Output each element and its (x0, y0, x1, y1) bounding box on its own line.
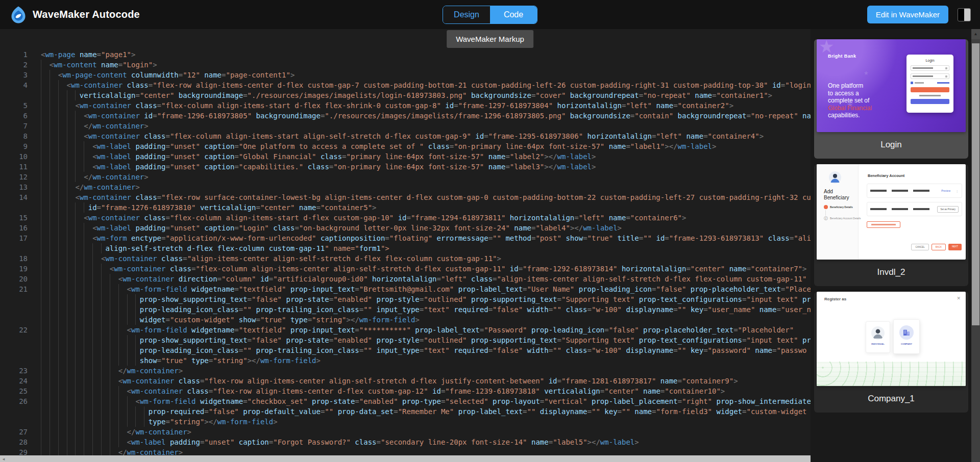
code-row: 1<wm-page name="page1"> (0, 49, 811, 60)
code-tab[interactable]: Code (490, 6, 537, 23)
app-title: WaveMaker Autocode (33, 9, 140, 20)
brand: WaveMaker Autocode (9, 6, 140, 24)
code-row: 10 <wm-label padding="unset" caption="Gl… (0, 151, 811, 162)
building-icon (902, 328, 911, 337)
code-row: 16 <wm-label padding="unset" caption="Lo… (0, 223, 811, 233)
vertical-scrollbar[interactable]: ▲ (971, 29, 980, 462)
thumb-heading: Beneficiary Account (868, 173, 904, 178)
code-row: 6 <wm-container id="frame-1296-618973805… (0, 111, 811, 121)
step-connector (825, 210, 826, 216)
thumb-add-beneficiary-button (867, 221, 900, 228)
code-row: 9 <wm-label padding="unset" caption="One… (0, 141, 811, 151)
code-row: show="true" type="string"></wm-form-fiel… (0, 355, 811, 366)
thumb-actions: CANCEL BACK NEXT (911, 244, 962, 250)
code-row: prop-show_supporting_text="false" prop-s… (0, 335, 811, 345)
code-row: 12 </wm-container> (0, 172, 811, 182)
thumb-caption-bar (919, 95, 941, 96)
thumb-login-form: Login (906, 55, 953, 113)
thumb-register-button (911, 99, 949, 104)
code-row: 20 <wm-container direction="column" id="… (0, 274, 811, 284)
thumb-step-2: 2 Beneficiary Account Details (824, 216, 861, 220)
edit-in-wavemaker-button[interactable]: Edit in WaveMaker (867, 6, 948, 23)
code-row: 21 <wm-form-field widgetname="textfield"… (0, 284, 811, 294)
code-row: 17 <wm-form enctype="application/x-www-f… (0, 233, 811, 243)
pages-sidebar: ★ ★ ★ Bright Bank One platform to access… (811, 29, 980, 462)
checkbox-icon (911, 82, 913, 84)
person-icon (871, 326, 885, 340)
page-label: Login (814, 132, 968, 159)
code-row: verticalalign="center" backgroundimage="… (0, 90, 811, 100)
thumb-beneficiary-row: Preview ⋮ (867, 184, 962, 198)
thumb-individual-card: INDIVIDUAL (866, 321, 890, 353)
scroll-up-icon[interactable]: ▲ (971, 29, 980, 39)
thumb-company-card: COMPANY (893, 319, 920, 354)
code-row: 13 </wm-container> (0, 182, 811, 192)
page-card-company1[interactable]: Register as ✕ INDIVIDUAL (814, 292, 968, 413)
code-row: 25 <wm-container class="flex-row align-i… (0, 386, 811, 396)
code-row: 15 <wm-container class="flex-column alig… (0, 213, 811, 223)
code-row: 3 <wm-page-content columnwidth="12" name… (0, 70, 811, 80)
code-row: 5 <wm-container class="flex-column align… (0, 100, 811, 111)
code-row: 14 <wm-container class="flex-row surface… (0, 192, 811, 202)
thumb-headline: One platform to access a complete set of… (828, 82, 872, 119)
horizontal-scrollbar[interactable]: ◂ (0, 455, 811, 462)
toggle-panel-icon[interactable] (958, 8, 971, 21)
step-dot-icon (824, 205, 828, 209)
code-row: id="frame-1276-618973810" verticalalign=… (0, 202, 811, 213)
code-row: 27 </wm-container> (0, 427, 811, 437)
code-row: 23 </wm-container> (0, 366, 811, 376)
page-cards-column: ★ ★ ★ Bright Bank One platform to access… (811, 29, 971, 462)
topbar: WaveMaker Autocode Design Code Edit in W… (0, 0, 980, 29)
code-row: 26 <wm-form-field widgetname="checkbox_s… (0, 396, 811, 406)
thumb-step-1: Beneficiary Details (824, 205, 853, 209)
avatar-icon (829, 171, 841, 184)
topbar-right: Edit in WaveMaker (867, 6, 971, 23)
code-editor: 1<wm-page name="page1">2 <wm-content nam… (0, 29, 811, 462)
thumb-input (911, 73, 949, 79)
thumb-heading: Register as (824, 297, 846, 301)
thumb-remember-row (911, 82, 949, 84)
close-icon: ✕ (957, 296, 961, 301)
company1-page-thumbnail: Register as ✕ INDIVIDUAL (817, 292, 966, 386)
thumb-beneficiary-row: Set as Primary (867, 202, 962, 216)
code-row: 11 <wm-label padding="unset" caption="ca… (0, 162, 811, 172)
kebab-menu-icon: ⋮ (955, 189, 959, 193)
scroll-left-icon[interactable]: ◂ (0, 456, 7, 461)
code-row: 28 <wm-label padding="unset" caption="Fo… (0, 437, 811, 447)
code-row: 24 <wm-container class="flex-row align-i… (0, 376, 811, 386)
code-row: prop-show_supporting_text="false" prop-s… (0, 294, 811, 304)
code-row: 22 <wm-form-field widgetname="textfield"… (0, 325, 811, 335)
thumb-doodle-pattern (817, 362, 966, 386)
page-label: Company_1 (814, 386, 968, 413)
thumb-login-button (911, 87, 949, 92)
code-row: prop-leading_icon_class="" prop-trailing… (0, 345, 811, 355)
wavemaker-markup-tooltip: WaveMaker Markup (447, 30, 533, 48)
thumb-panel-title: Add Beneficiary (824, 189, 849, 201)
code-row: 19 <wm-container class="flex-column alig… (0, 264, 811, 274)
code-row: 8 <wm-container class="flex-column align… (0, 131, 811, 141)
code-row: type="string"></wm-form-field> (0, 417, 811, 427)
star-decoration-icon: ★ (864, 70, 869, 76)
code-row: 4 <wm-container class="flex-row align-it… (0, 80, 811, 90)
code-row: prop-required="false" prop-default_value… (0, 406, 811, 417)
code-row: align-self-stretch d-flex flex-column cu… (0, 243, 811, 253)
code-lines: 1<wm-page name="page1">2 <wm-content nam… (0, 29, 811, 457)
code-row: 18 <wm-container class="align-items-cent… (0, 253, 811, 264)
scrollbar-thumb[interactable] (972, 43, 979, 325)
login-page-thumbnail: ★ ★ ★ Bright Bank One platform to access… (817, 39, 966, 132)
step-number-icon: 2 (824, 216, 828, 220)
code-row: widget="custom-widget" show="true" type=… (0, 315, 811, 325)
invdl2-page-thumbnail: Add Beneficiary Beneficiary Details 2 Be… (817, 164, 966, 260)
page-card-login[interactable]: ★ ★ ★ Bright Bank One platform to access… (814, 39, 968, 159)
wavemaker-logo-icon (9, 6, 28, 24)
code-row: 2 <wm-content name="Login"> (0, 60, 811, 70)
design-tab[interactable]: Design (443, 6, 490, 23)
code-row: 7 </wm-container> (0, 121, 811, 131)
design-code-toggle: Design Code (443, 6, 537, 24)
page-card-invdl2[interactable]: Add Beneficiary Beneficiary Details 2 Be… (814, 164, 968, 286)
thumb-brand-text: Bright Bank (828, 54, 856, 59)
main-area: 1<wm-page name="page1">2 <wm-content nam… (0, 29, 980, 462)
thumb-input (911, 65, 949, 71)
code-row: prop-leading_icon_class="" prop-trailing… (0, 304, 811, 315)
page-label: Invdl_2 (814, 260, 968, 286)
